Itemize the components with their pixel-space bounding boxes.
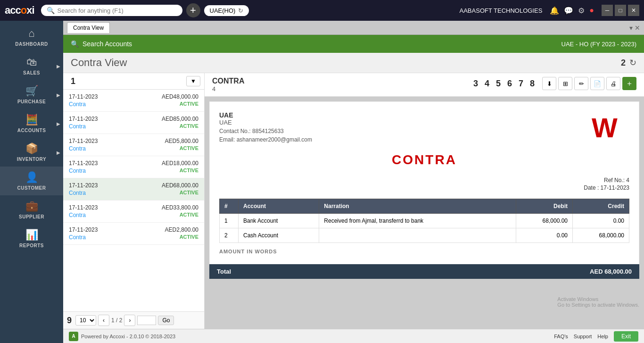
message-icon[interactable]: 💬 (564, 6, 573, 15)
sidebar-item-accounts[interactable]: 🧮 ACCOUNTS ▶ (0, 109, 63, 138)
badge-9: 9 (67, 316, 72, 326)
help-link[interactable]: Help (597, 334, 608, 339)
logo: accoxi (5, 4, 34, 17)
page-jump-input[interactable] (137, 316, 156, 325)
page-refresh-button[interactable]: ↻ (629, 58, 636, 68)
tab-label: Contra View (73, 25, 104, 31)
list-item-date: 17-11-2023 (69, 226, 98, 233)
sidebar-item-inventory[interactable]: 📦 INVENTORY ▶ (0, 138, 63, 167)
list-item[interactable]: 17-11-2023 AED68,000.00 Contra ACTIVE (63, 178, 204, 201)
list-item-amount: AED85,000.00 (162, 116, 198, 122)
sidebar-label-customer: CUSTOMER (17, 185, 46, 191)
close-button[interactable]: ✕ (628, 5, 639, 16)
support-link[interactable]: Support (574, 334, 592, 339)
purchase-arrow: ▶ (57, 92, 60, 97)
list-item[interactable]: 17-11-2023 AED33,800.00 Contra ACTIVE (63, 201, 204, 223)
activate-windows: Activate WindowsGo to Settings to activa… (557, 296, 639, 308)
filter-button[interactable]: ▼ (186, 76, 200, 86)
minimize-button[interactable]: ─ (602, 5, 613, 16)
pagination: 9 10 25 50 ‹ 1 / 2 › Go (63, 311, 204, 329)
table-row: 1 Bank Account Received from Ajmal, tran… (220, 214, 629, 228)
list-item[interactable]: 17-11-2023 AED48,000.00 Contra ACTIVE (63, 90, 204, 112)
doc-logo-area: W (592, 111, 629, 142)
page-title-bar: Contra View 2 ↻ (63, 53, 644, 73)
doc-ref-no: Ref No.: 4 (219, 177, 629, 184)
footer-powered-by: Powered by Accoxi - 2.0.10 © 2018-2023 (81, 334, 175, 339)
user-icon[interactable]: ● (589, 6, 594, 15)
doc-date: Date : 17-11-2023 (219, 184, 629, 191)
list-item-date: 17-11-2023 (69, 93, 98, 100)
sidebar-item-reports[interactable]: 📊 REPORTS (0, 224, 63, 253)
amount-words: AMOUNT IN WORDS (219, 249, 629, 254)
sidebar-item-dashboard[interactable]: ⌂ DASHBOARD (0, 23, 63, 51)
footer: A Powered by Accoxi - 2.0.10 © 2018-2023… (63, 329, 644, 343)
sidebar-item-customer[interactable]: 👤 CUSTOMER (0, 167, 63, 195)
list-item-status: ACTIVE (180, 101, 198, 108)
maximize-button[interactable]: □ (615, 5, 626, 16)
go-button[interactable]: Go (158, 316, 174, 325)
sales-icon: 🛍 (26, 56, 37, 68)
add-new-button[interactable]: ＋ (622, 77, 636, 90)
badge-7: 7 (519, 79, 523, 89)
table-view-button[interactable]: ⊞ (558, 77, 572, 90)
search-accounts-btn[interactable]: 🔍 Search Accounts (71, 40, 132, 48)
print-button[interactable]: 🖨 (606, 77, 620, 90)
detail-header: CONTRA 4 3 4 5 6 7 8 ⬇ ⊞ (205, 73, 644, 97)
doc-email: Email: ashanameer2000@gmail.com (219, 136, 312, 143)
detail-document: UAE UAE Contact No.: 8854125633 Email: a… (209, 101, 639, 264)
sidebar-label-inventory: INVENTORY (17, 157, 46, 162)
list-item-status: ACTIVE (180, 212, 198, 218)
tab-pin-button[interactable]: ▾ (629, 24, 633, 32)
list-panel: 1 ▼ 17-11-2023 AED48,000.00 Contra (63, 73, 205, 329)
sidebar-item-sales[interactable]: 🛍 SALES ▶ (0, 51, 63, 80)
accounts-icon: 🧮 (25, 114, 38, 126)
search-accounts-label: Search Accounts (83, 40, 132, 48)
list-item-amount: AED48,000.00 (162, 93, 198, 100)
faq-link[interactable]: FAQ's (554, 334, 568, 339)
detail-actions: 3 4 5 6 7 8 ⬇ ⊞ ✏ 📄 🖨 ＋ (473, 77, 636, 90)
col-num: # (220, 199, 239, 214)
list-item-status: ACTIVE (180, 234, 198, 241)
tab-bar: Contra View ▾ ✕ (63, 21, 644, 35)
list-item[interactable]: 17-11-2023 AED2,800.00 Contra ACTIVE (63, 223, 204, 245)
list-item-type: Contra (69, 123, 86, 130)
footer-links: FAQ's Support Help Exit (554, 331, 638, 342)
cell-narration (319, 228, 516, 243)
bell-icon[interactable]: 🔔 (550, 6, 559, 15)
prev-page-button[interactable]: ‹ (98, 315, 109, 326)
green-header: 🔍 Search Accounts UAE - HO (FY 2023 - 20… (63, 35, 644, 53)
list-item[interactable]: 17-11-2023 AED5,800.00 Contra ACTIVE (63, 134, 204, 156)
pdf-button[interactable]: 📄 (590, 77, 604, 90)
edit-button[interactable]: ✏ (574, 77, 588, 90)
topbar-icons: 🔔 💬 ⚙ ● (550, 6, 594, 15)
download-button[interactable]: ⬇ (542, 77, 556, 90)
company-pill[interactable]: UAE(HO) ↻ (204, 5, 249, 16)
table-row: 2 Cash Account 0.00 68,000.00 (220, 228, 629, 243)
add-button[interactable]: + (186, 3, 200, 17)
badge-8: 8 (530, 79, 535, 89)
doc-title: CONTRA (219, 152, 629, 167)
search-accounts-icon: 🔍 (71, 40, 79, 48)
tab-controls: ▾ ✕ (629, 24, 640, 32)
search-input[interactable] (58, 7, 177, 14)
reports-icon: 📊 (25, 229, 38, 241)
tab-close-button[interactable]: ✕ (635, 24, 640, 32)
window-controls: ─ □ ✕ (602, 5, 639, 16)
gear-icon[interactable]: ⚙ (578, 6, 585, 15)
exit-button[interactable]: Exit (614, 331, 638, 342)
list-item[interactable]: 17-11-2023 AED85,000.00 Contra ACTIVE (63, 112, 204, 134)
tab-contra-view[interactable]: Contra View (67, 22, 110, 33)
search-bar[interactable]: 🔍 (41, 5, 182, 16)
customer-icon: 👤 (25, 171, 38, 184)
next-page-button[interactable]: › (124, 315, 135, 326)
refresh-icon[interactable]: ↻ (238, 7, 243, 14)
footer-logo-icon: A (69, 332, 78, 341)
page-size-select[interactable]: 10 25 50 (75, 315, 96, 326)
doc-ref: Ref No.: 4 Date : 17-11-2023 (219, 177, 629, 191)
sidebar-label-purchase: PURCHASE (17, 99, 46, 104)
sidebar-item-supplier[interactable]: 💼 SUPPLIER (0, 195, 63, 224)
list-item-status: ACTIVE (180, 167, 198, 174)
sidebar-item-purchase[interactable]: 🛒 PURCHASE ▶ (0, 80, 63, 109)
sales-arrow: ▶ (57, 63, 60, 68)
list-item[interactable]: 17-11-2023 AED18,000.00 Contra ACTIVE (63, 156, 204, 178)
